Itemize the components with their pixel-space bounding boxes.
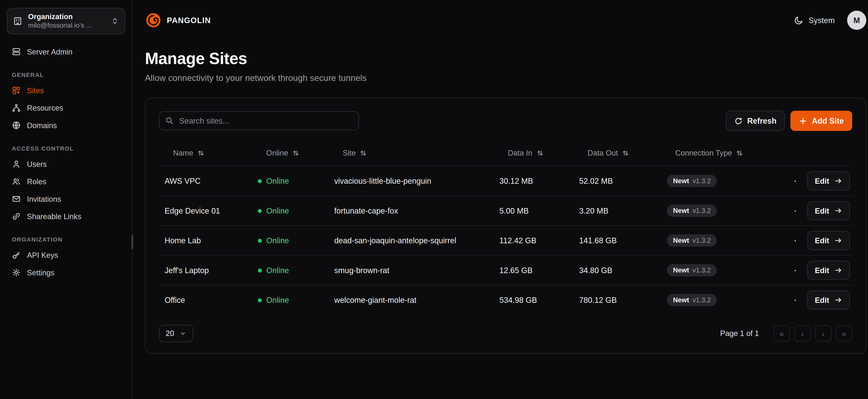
sidebar-resize-handle[interactable] bbox=[131, 235, 133, 249]
connection-type-badge: Newt v1.3.2 bbox=[667, 294, 717, 306]
sidebar-item-domains[interactable]: Domains bbox=[7, 117, 125, 134]
row-menu-button[interactable]: ⋯ bbox=[793, 294, 800, 306]
sidebar-item-roles[interactable]: Roles bbox=[7, 173, 125, 190]
data-in-cell: 534.98 GB bbox=[494, 296, 574, 305]
online-status-cell: Online bbox=[252, 206, 329, 215]
table-header: Name Online Site Data In bbox=[159, 140, 852, 166]
sidebar-item-shareable-links[interactable]: Shareable Links bbox=[7, 208, 125, 225]
row-actions-cell: ⋯ Edit bbox=[793, 201, 852, 220]
first-page-button[interactable]: « bbox=[774, 326, 790, 342]
data-out-cell: 780.12 GB bbox=[574, 296, 661, 305]
sidebar-item-users[interactable]: Users bbox=[7, 156, 125, 173]
theme-toggle-label: System bbox=[809, 16, 835, 25]
page-head: Manage Sites Allow connectivity to your … bbox=[145, 50, 866, 83]
sort-icon bbox=[197, 149, 205, 156]
connection-type-name: Newt bbox=[673, 177, 689, 185]
column-header-online[interactable]: Online bbox=[252, 149, 329, 157]
row-menu-button[interactable]: ⋯ bbox=[793, 175, 800, 187]
row-actions-cell: ⋯ Edit bbox=[793, 231, 852, 250]
link-icon bbox=[12, 212, 21, 221]
online-status-label: Online bbox=[266, 266, 289, 275]
brand-name: PANGOLIN bbox=[167, 16, 211, 25]
sidebar-item-label: Sites bbox=[27, 86, 44, 95]
row-actions-cell: ⋯ Edit bbox=[793, 261, 852, 280]
row-actions-cell: ⋯ Edit bbox=[793, 172, 852, 190]
avatar[interactable]: M bbox=[847, 10, 866, 30]
connection-type-badge: Newt v1.3.2 bbox=[667, 264, 717, 276]
data-out-cell: 3.20 MB bbox=[574, 206, 661, 215]
site-name-cell: AWS VPC bbox=[159, 176, 252, 185]
arrow-right-icon bbox=[834, 296, 842, 304]
edit-button[interactable]: Edit bbox=[807, 231, 850, 250]
brand: PANGOLIN bbox=[145, 12, 211, 29]
arrow-right-icon bbox=[834, 237, 842, 244]
sites-card: Refresh Add Site Name Online bbox=[145, 98, 866, 354]
online-status-cell: Online bbox=[252, 236, 329, 245]
globe-icon bbox=[12, 121, 21, 130]
sidebar-item-settings[interactable]: Settings bbox=[7, 264, 125, 281]
chevrons-right-icon: » bbox=[842, 329, 846, 338]
previous-page-button[interactable]: ‹ bbox=[795, 326, 811, 342]
edit-button[interactable]: Edit bbox=[807, 201, 850, 220]
page-title: Manage Sites bbox=[145, 50, 866, 68]
moon-icon bbox=[795, 16, 804, 25]
column-header-site[interactable]: Site bbox=[329, 149, 494, 157]
online-status-label: Online bbox=[266, 206, 289, 215]
connection-type-name: Newt bbox=[673, 266, 689, 274]
table-row: Edge Device 01 Online fortunate-cape-fox… bbox=[159, 195, 852, 225]
app-root: Organization milo@fossorial.io's ... Ser… bbox=[0, 0, 868, 399]
row-menu-button[interactable]: ⋯ bbox=[793, 204, 800, 217]
sidebar-item-label: Roles bbox=[27, 177, 46, 186]
connection-type-cell: Newt v1.3.2 bbox=[661, 175, 793, 187]
column-header-connection-type[interactable]: Connection Type bbox=[661, 149, 793, 157]
org-switcher[interactable]: Organization milo@fossorial.io's ... bbox=[7, 8, 125, 34]
connection-type-name: Newt bbox=[673, 237, 689, 244]
connection-type-name: Newt bbox=[673, 296, 689, 304]
arrow-right-icon bbox=[834, 266, 842, 274]
online-status-label: Online bbox=[266, 296, 289, 305]
refresh-button[interactable]: Refresh bbox=[726, 111, 785, 131]
chevron-left-icon: ‹ bbox=[801, 329, 804, 338]
site-name-cell: Edge Device 01 bbox=[159, 206, 252, 215]
search-icon bbox=[165, 116, 174, 125]
sidebar-item-resources[interactable]: Resources bbox=[7, 99, 125, 116]
column-header-data-in[interactable]: Data In bbox=[494, 149, 574, 157]
edit-button[interactable]: Edit bbox=[807, 290, 850, 310]
row-menu-button[interactable]: ⋯ bbox=[793, 264, 800, 277]
column-header-name[interactable]: Name bbox=[159, 149, 252, 157]
data-in-cell: 12.65 GB bbox=[494, 266, 574, 275]
main-content: PANGOLIN System M Manage Sites Allow con… bbox=[133, 0, 868, 399]
connection-type-cell: Newt v1.3.2 bbox=[661, 294, 793, 306]
sidebar-item-server-admin[interactable]: Server Admin bbox=[7, 43, 125, 60]
org-switcher-label: Organization bbox=[28, 12, 105, 21]
arrow-right-icon bbox=[834, 207, 842, 215]
sidebar-item-label: Invitations bbox=[27, 195, 61, 203]
online-status-dot bbox=[258, 239, 262, 243]
sidebar-item-sites[interactable]: Sites bbox=[7, 82, 125, 99]
table-row: Home Lab Online dead-san-joaquin-antelop… bbox=[159, 225, 852, 255]
edit-button-label: Edit bbox=[815, 207, 829, 215]
last-page-button[interactable]: » bbox=[836, 326, 852, 342]
connection-type-name: Newt bbox=[673, 207, 689, 215]
site-id-cell: fortunate-cape-fox bbox=[329, 206, 494, 215]
page-size-select[interactable]: 20 bbox=[159, 325, 193, 342]
sidebar-item-invitations[interactable]: Invitations bbox=[7, 190, 125, 207]
connection-type-badge: Newt v1.3.2 bbox=[667, 205, 717, 217]
data-in-cell: 5.00 MB bbox=[494, 206, 574, 215]
chevron-down-icon bbox=[179, 330, 186, 337]
server-icon bbox=[12, 47, 21, 56]
edit-button[interactable]: Edit bbox=[807, 172, 850, 190]
online-status-label: Online bbox=[266, 236, 289, 245]
column-header-data-out[interactable]: Data Out bbox=[574, 149, 661, 157]
online-status-dot bbox=[258, 268, 262, 272]
theme-toggle-button[interactable]: System bbox=[795, 16, 835, 25]
search-input[interactable] bbox=[159, 111, 359, 130]
edit-button[interactable]: Edit bbox=[807, 261, 850, 280]
site-id-cell: welcome-giant-mole-rat bbox=[329, 296, 494, 305]
sidebar-item-label: Shareable Links bbox=[27, 212, 81, 221]
add-site-button[interactable]: Add Site bbox=[790, 111, 852, 131]
row-menu-button[interactable]: ⋯ bbox=[793, 234, 800, 247]
section-title-organization: ORGANIZATION bbox=[12, 236, 120, 243]
next-page-button[interactable]: › bbox=[815, 326, 831, 342]
sidebar-item-api-keys[interactable]: API Keys bbox=[7, 247, 125, 264]
